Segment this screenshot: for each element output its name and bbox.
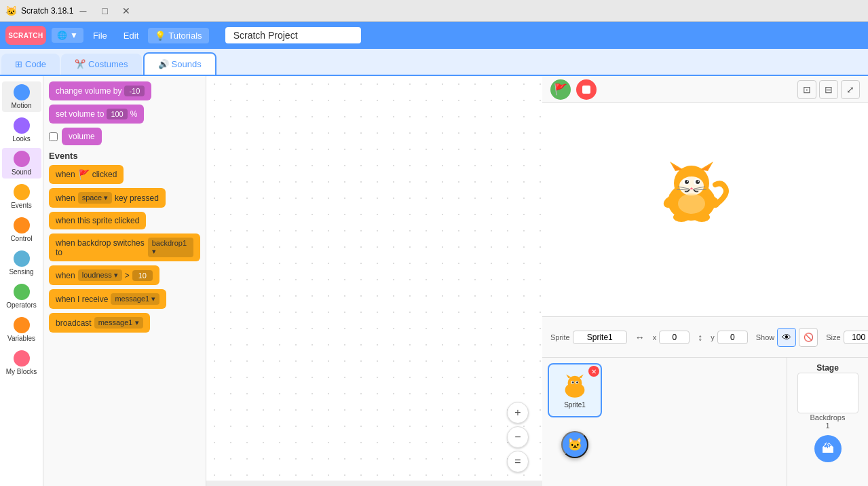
code-blocks-icon: ⊞ <box>15 59 22 69</box>
message1-dropdown[interactable]: message1 ▾ <box>111 293 159 305</box>
sprite-bottom-panel: ✕ Sprite1 🐱 <box>542 357 868 486</box>
when-key-pressed-block[interactable]: when space ▾ key pressed <box>49 188 166 208</box>
volume-checkbox[interactable] <box>49 132 58 141</box>
sprite-name-input[interactable] <box>573 331 627 344</box>
stage-controls: 🚩 <box>550 79 597 100</box>
svg-point-21 <box>694 212 710 222</box>
category-myblocks[interactable]: My Blocks <box>2 348 41 378</box>
cat-plus-icon: 🐱 <box>567 437 582 452</box>
stage-layout-buttons: ⊡ ⊟ ⤢ <box>797 80 860 99</box>
category-motion[interactable]: Motion <box>2 81 41 112</box>
volume-reporter-block[interactable]: volume <box>62 128 102 145</box>
add-sprite-button[interactable]: 🐱 <box>561 431 588 458</box>
backdrops-info: Backdrops 1 <box>810 413 846 430</box>
language-button[interactable]: 🌐 ▼ <box>52 28 83 43</box>
stage-canvas <box>542 103 868 316</box>
file-menu[interactable]: File <box>86 28 114 43</box>
close-button[interactable]: ✕ <box>117 1 136 20</box>
zoom-out-button[interactable]: − <box>507 426 529 448</box>
add-backdrop-button[interactable]: 🏔 <box>814 435 842 462</box>
sprite-info-bar: Sprite ↔ x ↕ y Show 👁 🚫 Size <box>542 316 868 357</box>
size-input[interactable] <box>844 331 868 344</box>
tutorial-icon: 💡 <box>155 31 166 41</box>
sprite-thumb-image <box>558 373 592 400</box>
category-control[interactable]: Control <box>2 214 41 245</box>
key-dropdown[interactable]: space ▾ <box>78 192 112 204</box>
tutorials-button[interactable]: 💡 Tutorials <box>148 28 208 43</box>
broadcast-block[interactable]: broadcast message1 ▾ <box>49 313 150 333</box>
category-operators[interactable]: Operators <box>2 281 41 312</box>
svg-point-24 <box>568 375 582 390</box>
block-palette: change volume by -10 set volume to 100 %… <box>43 76 206 486</box>
set-volume-block[interactable]: set volume to 100 % <box>49 105 144 124</box>
normal-stage-button[interactable]: ⊟ <box>819 80 838 99</box>
tab-costumes[interactable]: ✂️ Costumes <box>61 54 142 75</box>
svg-point-28 <box>572 381 574 383</box>
svg-marker-25 <box>566 374 571 378</box>
add-backdrop-icon: 🏔 <box>822 442 834 456</box>
minimize-button[interactable]: ─ <box>73 1 92 20</box>
stop-button[interactable] <box>576 79 597 100</box>
edit-menu[interactable]: Edit <box>117 28 145 43</box>
tab-code[interactable]: ⊞ Code <box>1 54 60 75</box>
show-field: Show 👁 🚫 <box>756 328 818 347</box>
stage-mini-preview[interactable] <box>797 373 858 413</box>
when-backdrop-block[interactable]: when backdrop switches to backdrop1 ▾ <box>49 233 200 261</box>
events-section-header: Events <box>49 151 200 161</box>
when-sprite-clicked-block[interactable]: when this sprite clicked <box>49 212 146 229</box>
script-area[interactable]: + − = <box>206 76 542 486</box>
show-buttons: 👁 🚫 <box>777 328 818 347</box>
size-field: Size <box>826 331 868 344</box>
category-looks[interactable]: Looks <box>2 115 41 145</box>
zoom-reset-button[interactable]: = <box>507 451 529 472</box>
svg-point-12 <box>698 181 699 182</box>
when-loudness-block[interactable]: when loudness ▾ > 10 <box>49 265 159 285</box>
costume-icon: ✂️ <box>75 59 86 69</box>
category-sensing[interactable]: Sensing <box>2 248 41 278</box>
when-receive-block[interactable]: when I receive message1 ▾ <box>49 289 166 309</box>
sprite-y-field: y <box>711 331 748 344</box>
svg-point-22 <box>678 193 705 214</box>
block-categories: Motion Looks Sound Events Control Sensin… <box>0 76 43 486</box>
menu-bar: SCRATCH 🌐 ▼ File Edit 💡 Tutorials <box>0 22 868 49</box>
zoom-in-button[interactable]: + <box>507 402 529 424</box>
app-icon: 🐱 <box>5 5 17 16</box>
sprite-y-input[interactable] <box>717 331 748 344</box>
fullscreen-button[interactable]: ⤢ <box>841 80 860 99</box>
show-button[interactable]: 👁 <box>777 328 796 347</box>
backdrop-dropdown[interactable]: backdrop1 ▾ <box>148 238 193 257</box>
hide-button[interactable]: 🚫 <box>799 328 818 347</box>
change-volume-block[interactable]: change volume by -10 <box>49 81 151 100</box>
main-area: Motion Looks Sound Events Control Sensin… <box>0 76 868 486</box>
svg-marker-26 <box>578 374 584 378</box>
category-variables[interactable]: Variables <box>2 314 41 345</box>
title-bar: 🐱 Scratch 3.18.1 ─ □ ✕ <box>0 0 868 22</box>
svg-point-30 <box>576 381 578 383</box>
svg-point-8 <box>685 180 689 184</box>
sprite-x-input[interactable] <box>659 331 690 344</box>
tab-sounds[interactable]: 🔊 Sounds <box>143 52 216 75</box>
project-name-input[interactable] <box>225 27 361 43</box>
stage-header: 🚩 ⊡ ⊟ ⤢ <box>542 76 868 103</box>
sprite-name-field: Sprite <box>550 331 627 344</box>
stage-thumb-area: Stage Backdrops 1 🏔 <box>787 358 868 486</box>
category-sound[interactable]: Sound <box>2 148 41 179</box>
right-section: 🚩 ⊡ ⊟ ⤢ <box>542 76 868 486</box>
scratch-cat-sprite <box>651 157 732 225</box>
green-flag-button[interactable]: 🚩 <box>550 79 571 100</box>
globe-icon: 🌐 <box>57 31 67 40</box>
loudness-dropdown[interactable]: loudness ▾ <box>78 269 122 281</box>
broadcast-message-dropdown[interactable]: message1 ▾ <box>94 317 143 329</box>
small-stage-button[interactable]: ⊡ <box>797 80 816 99</box>
category-events[interactable]: Events <box>2 181 41 212</box>
y-arrows-icon: ↕ <box>698 332 702 343</box>
sprite1-thumbnail[interactable]: ✕ Sprite1 <box>548 363 602 417</box>
svg-point-11 <box>696 180 700 184</box>
sprite-delete-button[interactable]: ✕ <box>588 366 599 377</box>
horizontal-scrollbar[interactable] <box>206 481 542 486</box>
x-arrows-icon: ↔ <box>635 332 645 343</box>
sound-icon: 🔊 <box>158 59 169 69</box>
zoom-controls: + − = <box>507 402 529 472</box>
when-flag-clicked-block[interactable]: when 🚩 clicked <box>49 165 124 184</box>
maximize-button[interactable]: □ <box>95 1 114 20</box>
